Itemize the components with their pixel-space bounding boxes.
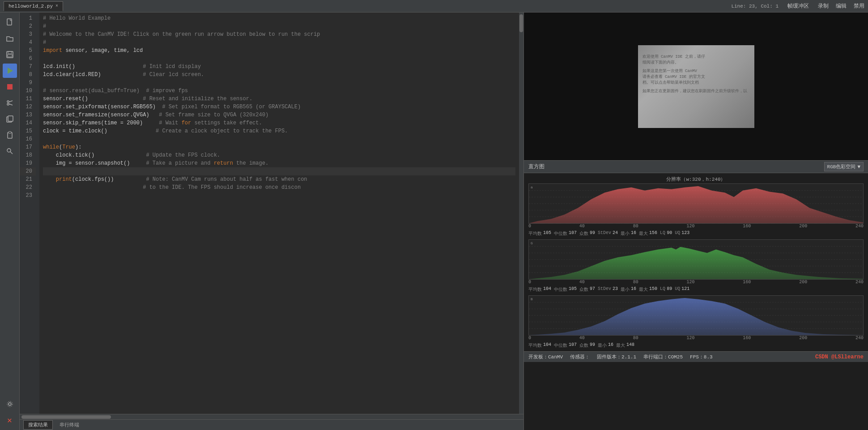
svg-rect-0 [7,19,12,25]
preview-frame: 欢迎使用 CanMV IDE 之前，请仔 细阅读下面的内容。 如果这是您第一次使… [638,45,754,128]
sidebar-icon-stop[interactable] [3,80,17,94]
histogram-green-xaxis: 04080120160200240 [524,280,868,285]
svg-line-9 [9,104,13,105]
status-board: 开发板：CanMV [528,353,563,360]
line-col-info: Line: 23, Col: 1 [731,4,779,9]
frame-buffer-header-label: 帧缓冲区 [787,2,809,10]
menu-record[interactable]: 录制 [818,2,829,10]
tab-filename: helloworld_2.py [9,4,53,9]
svg-point-6 [7,101,9,102]
main-layout: ✕ 1234567891011121314151617181920212223 … [0,13,868,430]
scrollbar-thumb[interactable] [519,14,523,32]
svg-point-16 [9,403,11,405]
menu-edit[interactable]: 编辑 [836,2,847,10]
svg-point-14 [7,149,11,152]
tab-search-results[interactable]: 搜索结果 [23,420,53,430]
histogram-green-chart: G [528,239,864,280]
menu-disable[interactable]: 禁用 [854,2,864,10]
sidebar-icon-paste[interactable] [3,128,17,142]
status-serial: 串行端口：COM25 [643,353,683,360]
code-editor[interactable]: 1234567891011121314151617181920212223 # … [20,13,523,414]
status-bar: 开发板：CanMV 传感器： 固件版本：2.1.1 串行端口：COM25 FPS… [524,351,868,362]
camera-preview: 欢迎使用 CanMV IDE 之前，请仔 细阅读下面的内容。 如果这是您第一次使… [524,13,868,160]
h-scrollbar-thumb[interactable] [21,415,111,419]
sidebar-icon-copy[interactable] [3,112,17,126]
status-sensor: 传感器： [570,353,590,360]
editor-tab[interactable]: helloworld_2.py × [4,1,63,11]
status-firmware: 固件版本：2.1.1 [597,353,636,360]
sidebar-icon-search[interactable] [3,144,17,158]
line-numbers: 1234567891011121314151617181920212223 [20,13,39,414]
histogram-blue-stats: 平均数104 中位数107 众数99 最小16 最大148 [524,341,868,349]
left-sidebar: ✕ [0,13,20,430]
histogram-dropdown-arrow: ▼ [857,164,860,170]
vertical-scrollbar[interactable] [519,13,523,414]
histogram-red-chart: a [528,183,864,224]
sidebar-icon-open[interactable] [3,31,17,46]
svg-line-15 [10,152,13,154]
histogram-chart-title: 分辨率（w:320，h:240） [524,175,868,183]
svg-rect-13 [9,132,11,133]
tab-close-icon[interactable]: × [55,4,58,9]
right-panel: 欢迎使用 CanMV IDE 之前，请仔 细阅读下面的内容。 如果这是您第一次使… [523,13,868,430]
tab-serial-terminal[interactable]: 串行终端 [55,420,84,430]
svg-text:B: B [531,297,533,301]
sidebar-icon-close[interactable]: ✕ [3,413,17,427]
h-scrollbar[interactable] [20,414,523,419]
histogram-header: 直方图 RGB色彩空间 ▼ [524,161,868,173]
svg-rect-11 [8,116,13,121]
histogram-red-stats: 平均数105 中位数107 众数99 StDev24 最小16 最大156 LQ… [524,230,868,238]
svg-line-8 [9,101,13,102]
histogram-green-stats: 平均数104 中位数105 众数97 StDev23 最小16 最大150 LQ… [524,285,868,294]
svg-text:G: G [531,241,533,245]
code-content[interactable]: # Hello World Example## Welcome to the C… [39,13,519,414]
svg-rect-3 [8,55,12,57]
sidebar-icon-new-file[interactable] [3,15,17,30]
preview-text-overlay: 欢迎使用 CanMV IDE 之前，请仔 细阅读下面的内容。 如果这是您第一次使… [642,54,750,94]
svg-marker-4 [8,68,13,74]
editor-area: 1234567891011121314151617181920212223 # … [20,13,523,430]
histogram-title: 直方图 [528,163,545,170]
sidebar-icon-save[interactable] [3,47,17,62]
sidebar-icon-scissors[interactable] [3,96,17,110]
svg-point-17 [7,401,13,407]
top-bar: helloworld_2.py × Line: 23, Col: 1 帧缓冲区 … [0,0,868,13]
top-menu: 录制 编辑 禁用 [818,2,864,10]
histogram-panel: 直方图 RGB色彩空间 ▼ 分辨率（w:320，h:240） [524,160,868,351]
histogram-content: 分辨率（w:320，h:240） [524,173,868,351]
histogram-red-xaxis: 04080120160200240 [524,224,868,229]
histogram-blue-xaxis: 04080120160200240 [524,336,868,341]
svg-text:a: a [531,185,533,189]
sidebar-icon-settings[interactable] [3,397,17,411]
svg-rect-5 [7,84,13,89]
histogram-dropdown[interactable]: RGB色彩空间 ▼ [824,162,864,171]
status-fps: FPS：8.3 [690,353,713,360]
watermark: CSDN @LSllearne [815,354,864,360]
histogram-blue-chart: B [528,295,864,336]
histogram-dropdown-label: RGB色彩空间 [827,163,856,170]
sidebar-icon-run[interactable] [3,64,17,78]
svg-point-7 [7,103,9,105]
bottom-tabs: 搜索结果 串行终端 [20,419,523,430]
